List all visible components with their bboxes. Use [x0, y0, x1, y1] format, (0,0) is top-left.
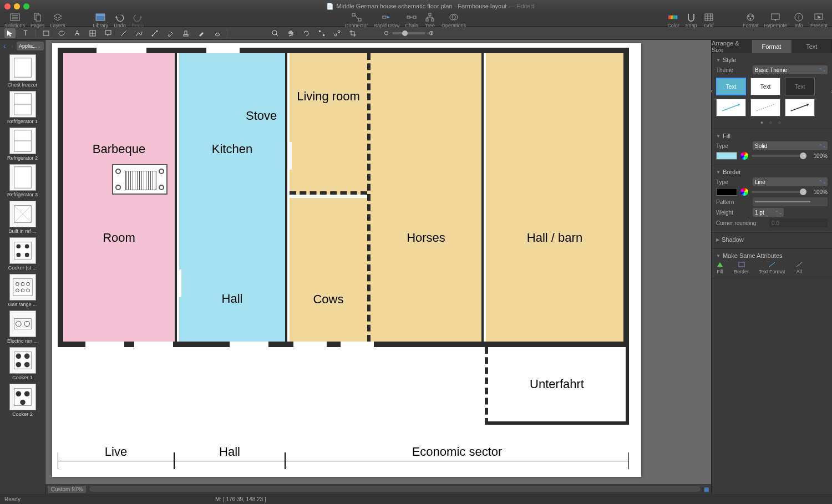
tree-button[interactable]: Tree — [424, 12, 436, 28]
same-fill-button[interactable]: Fill — [716, 261, 724, 274]
zoom-in-icon[interactable]: ⊕ — [429, 29, 434, 37]
hand-tool[interactable] — [285, 28, 296, 38]
pattern-select[interactable] — [753, 197, 828, 206]
library-button[interactable]: Library — [93, 12, 109, 28]
barbeque-shape[interactable] — [112, 164, 168, 195]
same-all-button[interactable]: All — [795, 261, 803, 274]
text-box-tool[interactable]: A — [72, 28, 83, 38]
lib-fwd-icon[interactable]: › — [9, 43, 16, 49]
corner-input[interactable]: 0.0 — [769, 218, 828, 227]
disclosure-icon[interactable]: ▼ — [716, 253, 721, 258]
info-button[interactable]: iInfo — [793, 12, 805, 28]
room-room[interactable]: Barbeque Room — [63, 53, 177, 342]
pointer-tool[interactable] — [4, 28, 16, 38]
theme-select[interactable]: Basic Theme⌃⌄ — [753, 65, 828, 74]
disclosure-icon[interactable]: ▶ — [716, 237, 719, 242]
tab-text[interactable]: Text — [792, 40, 832, 53]
operations-button[interactable]: Operations — [442, 12, 466, 28]
snap-button[interactable]: Snap — [685, 12, 697, 28]
unterfahrt-box[interactable]: Unterfahrt — [485, 347, 629, 425]
redo-button[interactable]: Redo — [131, 12, 144, 28]
border-color-swatch[interactable] — [716, 188, 737, 196]
close-icon[interactable] — [4, 3, 11, 9]
eyedropper-tool[interactable] — [196, 28, 207, 38]
format-button[interactable]: Format — [743, 12, 759, 28]
zoom-dropdown[interactable]: Custom 97% — [48, 486, 86, 493]
hscroll[interactable] — [89, 486, 701, 492]
canvas-page[interactable]: Barbeque Room Stove Kitchen Hall — [52, 43, 641, 477]
library-dropdown[interactable]: Applia...⌄ — [17, 42, 44, 50]
disclosure-icon[interactable]: ▼ — [716, 134, 721, 139]
present-button[interactable]: Present — [810, 12, 828, 28]
ellipse-tool[interactable] — [56, 28, 67, 38]
erase-tool[interactable] — [211, 28, 222, 38]
theme-preview-4[interactable] — [716, 99, 746, 116]
border-opacity-slider[interactable] — [752, 191, 806, 193]
theme-preview-6[interactable] — [785, 99, 815, 116]
edit-points-tool[interactable] — [316, 28, 327, 38]
theme-preview-1[interactable]: Text — [716, 78, 746, 95]
same-border-button[interactable]: Border — [734, 261, 749, 274]
rotate-tool[interactable] — [301, 28, 312, 38]
color-button[interactable]: Color — [667, 12, 679, 28]
weight-input[interactable]: 1 pt⌃⌄ — [753, 208, 784, 217]
fill-type-select[interactable]: Solid⌃⌄ — [753, 141, 828, 150]
chain-button[interactable]: Chain — [405, 12, 419, 28]
hypernote-button[interactable]: Hypernote — [764, 12, 787, 28]
add-page-icon[interactable]: ▦ — [704, 486, 709, 492]
text-tool[interactable]: T — [20, 28, 31, 38]
border-type-select[interactable]: Line⌃⌄ — [753, 177, 828, 186]
same-text-button[interactable]: Text Format — [759, 261, 785, 274]
tab-format[interactable]: Format — [752, 40, 792, 53]
tab-arrange[interactable]: Arrange & Size — [712, 40, 752, 53]
bezier-tool[interactable] — [149, 28, 160, 38]
disclosure-icon[interactable]: ▼ — [716, 170, 721, 175]
library-item[interactable]: Gas range ... — [0, 272, 45, 308]
maximize-icon[interactable] — [23, 3, 29, 9]
stamp-tool[interactable] — [180, 28, 191, 38]
theme-preview-5[interactable] — [750, 99, 780, 116]
undo-button[interactable]: Undo — [114, 12, 126, 28]
callout-tool[interactable] — [103, 28, 114, 38]
room-living[interactable]: Living room — [290, 53, 367, 195]
connection-tool[interactable] — [332, 28, 343, 38]
zoom-tool[interactable] — [270, 28, 281, 38]
line-tool[interactable] — [118, 28, 129, 38]
solutions-button[interactable]: Solutions — [4, 12, 25, 28]
library-item[interactable]: Built in ref ... — [0, 198, 45, 235]
room-kitchen[interactable]: Stove Kitchen Hall — [179, 53, 287, 342]
floor-plan[interactable]: Barbeque Room Stove Kitchen Hall — [58, 48, 629, 347]
canvas-area[interactable]: Barbeque Room Stove Kitchen Hall — [45, 40, 711, 494]
pen-tool[interactable] — [165, 28, 176, 38]
room-hallbarn[interactable]: Hall / barn — [486, 53, 623, 342]
theme-preview-3[interactable]: Text — [785, 78, 815, 95]
color-wheel-icon[interactable] — [740, 152, 748, 160]
pages-button[interactable]: Pages — [31, 12, 45, 28]
spline-tool[interactable] — [134, 28, 145, 38]
zoom-out-icon[interactable]: ⊖ — [384, 29, 389, 37]
disclosure-icon[interactable]: ▼ — [716, 58, 721, 63]
crop-tool[interactable] — [347, 28, 358, 38]
library-item[interactable]: Refrigerator 2 — [0, 125, 45, 162]
library-item[interactable]: Cooker 1 — [0, 345, 45, 381]
table-tool[interactable] — [87, 28, 98, 38]
library-item[interactable]: Chest freezer — [0, 52, 45, 89]
room-cows[interactable]: Cows — [290, 198, 367, 342]
rapiddraw-button[interactable]: Rapid Draw — [373, 12, 399, 28]
layers-button[interactable]: Layers — [50, 12, 65, 28]
library-item[interactable]: Refrigerator 3 — [0, 162, 45, 198]
rect-tool[interactable] — [40, 28, 52, 38]
lib-back-icon[interactable]: ‹ — [1, 43, 8, 49]
library-item[interactable]: Cooker 2 — [0, 381, 45, 418]
theme-page-dots[interactable]: ● ○ ○ — [716, 120, 828, 125]
grid-button[interactable]: Grid — [703, 12, 715, 28]
library-item[interactable]: Electric ran ... — [0, 308, 45, 345]
color-wheel-icon[interactable] — [740, 188, 748, 196]
library-item[interactable]: Cooker (st ... — [0, 235, 45, 272]
zoom-control[interactable]: ⊖ ⊕ — [384, 29, 434, 37]
room-horses[interactable]: Horses — [367, 53, 484, 342]
library-item[interactable]: Refrigerator 1 — [0, 89, 45, 125]
minimize-icon[interactable] — [14, 3, 20, 9]
connector-button[interactable]: Connector — [345, 12, 368, 28]
theme-prev-icon[interactable]: ‹ — [711, 87, 713, 95]
